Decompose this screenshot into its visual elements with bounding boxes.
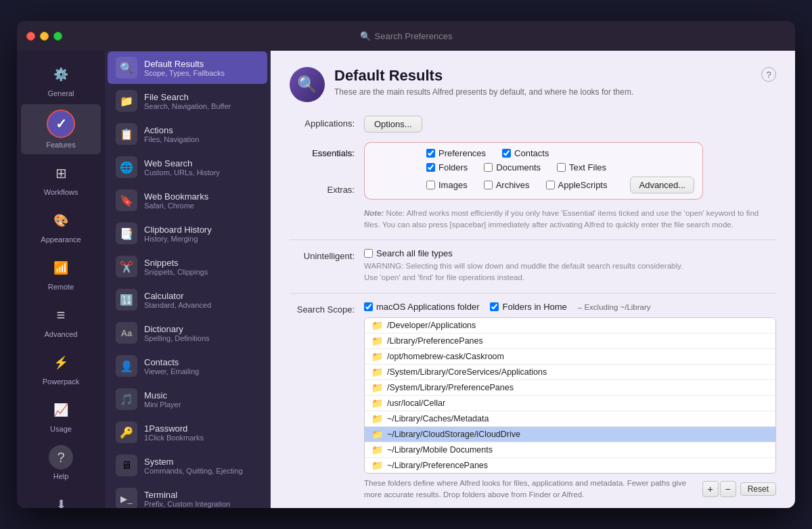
traffic-lights bbox=[26, 32, 62, 41]
feature-name-contacts: Contacts bbox=[144, 357, 199, 367]
checkbox-archives[interactable]: Archives bbox=[484, 180, 530, 190]
checkbox-archives-input[interactable] bbox=[484, 181, 493, 189]
feature-item-default-results[interactable]: 🔍 Default Results Scope, Types, Fallback… bbox=[108, 51, 267, 84]
remote-icon: 📶 bbox=[49, 256, 73, 280]
checkbox-text-files-input[interactable] bbox=[557, 163, 566, 172]
feature-icon-music: 🎵 bbox=[116, 388, 137, 410]
sidebar-item-usage[interactable]: 📈 Usage bbox=[21, 392, 101, 438]
features-icon: ✓ bbox=[47, 110, 75, 138]
feature-item-file-search[interactable]: 📁 File Search Search, Navigation, Buffer bbox=[108, 85, 267, 117]
essentials-label: Essentials: bbox=[290, 145, 364, 158]
options-button[interactable]: Options... bbox=[364, 116, 422, 133]
feature-item-terminal[interactable]: ▶_ Terminal Prefix, Custom Integration bbox=[108, 482, 267, 508]
checkbox-applescripts-input[interactable] bbox=[546, 181, 555, 189]
folder-list: 📁 /Developer/Applications 📁 /Library/Pre… bbox=[364, 317, 776, 474]
titlebar-search: 🔍 Search Preferences bbox=[360, 31, 453, 41]
advanced-button[interactable]: Advanced... bbox=[630, 177, 694, 193]
feature-item-system[interactable]: 🖥 System Commands, Quitting, Ejecting bbox=[108, 449, 267, 482]
maximize-button[interactable] bbox=[53, 32, 62, 41]
help-button[interactable]: ? bbox=[761, 67, 776, 82]
checkbox-contacts-input[interactable] bbox=[502, 149, 511, 158]
checkbox-all-file-types-input[interactable] bbox=[364, 249, 373, 258]
sidebar-label-powerpack: Powerpack bbox=[43, 377, 79, 386]
checkbox-applescripts[interactable]: AppleScripts bbox=[546, 180, 608, 190]
feature-item-contacts[interactable]: 👤 Contacts Viewer, Emailing bbox=[108, 350, 267, 382]
feature-list: 🔍 Default Results Scope, Types, Fallback… bbox=[105, 51, 271, 508]
scope-check-folders-home-input[interactable] bbox=[490, 302, 499, 311]
folder-path-6: ~/Library/Caches/Metadata bbox=[387, 414, 489, 423]
feature-item-web-bookmarks[interactable]: 🔖 Web Bookmarks Safari, Chrome bbox=[108, 184, 267, 216]
content-header: 🔍 Default Results These are the main res… bbox=[290, 67, 776, 102]
folder-item-5[interactable]: 📁 /usr/local/Cellar bbox=[365, 396, 775, 411]
scope-check-macos-input[interactable] bbox=[364, 302, 373, 311]
sidebar-label-usage: Usage bbox=[50, 425, 72, 433]
sidebar-item-advanced[interactable]: ≡ Advanced bbox=[21, 298, 101, 344]
scope-check-folders-home-label: Folders in Home bbox=[502, 302, 566, 312]
feature-sub-terminal: Prefix, Custom Integration bbox=[144, 500, 230, 508]
feature-item-music[interactable]: 🎵 Music Mini Player bbox=[108, 383, 267, 415]
checkbox-folders-input[interactable] bbox=[426, 163, 435, 172]
feature-icon-snippets: ✂️ bbox=[116, 256, 137, 277]
add-folder-button[interactable]: + bbox=[702, 481, 719, 497]
folder-item-9[interactable]: 📁 ~/Library/PreferencePanes bbox=[365, 458, 775, 473]
reset-button[interactable]: Reset bbox=[740, 482, 776, 496]
checkbox-preferences-input[interactable] bbox=[426, 149, 435, 158]
sidebar-item-update[interactable]: ⬇ Update bbox=[21, 487, 101, 508]
checkbox-images-input[interactable] bbox=[426, 181, 435, 189]
titlebar: 🔍 Search Preferences bbox=[17, 21, 795, 51]
feature-name-system: System bbox=[144, 457, 243, 467]
feature-item-snippets[interactable]: ✂️ Snippets Snippets, Clippings bbox=[108, 250, 267, 283]
checkbox-documents[interactable]: Documents bbox=[484, 162, 541, 172]
folder-item-3[interactable]: 📁 /System/Library/CoreServices/Applicati… bbox=[365, 365, 775, 380]
feature-item-dictionary[interactable]: Aa Dictionary Spelling, Definitions bbox=[108, 317, 267, 349]
checkbox-all-file-types[interactable]: Search all file types bbox=[364, 248, 453, 258]
scope-check-macos[interactable]: macOS Applications folder bbox=[364, 302, 479, 312]
feature-icon-dictionary: Aa bbox=[116, 322, 137, 344]
feature-item-web-search[interactable]: 🌐 Web Search Custom, URLs, History bbox=[108, 151, 267, 183]
folder-item-7[interactable]: 📁 ~/Library/CloudStorage/iCloudDrive bbox=[365, 427, 775, 442]
sidebar-item-powerpack[interactable]: ⚡ Powerpack bbox=[21, 345, 101, 391]
folder-path-0: /Developer/Applications bbox=[387, 321, 476, 330]
checkbox-text-files[interactable]: Text Files bbox=[557, 162, 606, 172]
folder-item-1[interactable]: 📁 /Library/PreferencePanes bbox=[365, 334, 775, 349]
scope-check-folders-home[interactable]: Folders in Home bbox=[490, 302, 566, 312]
checkbox-contacts[interactable]: Contacts bbox=[502, 148, 549, 158]
feature-icon-system: 🖥 bbox=[116, 455, 137, 476]
folder-item-2[interactable]: 📁 /opt/homebrew-cask/Caskroom bbox=[365, 349, 775, 365]
usage-icon: 📈 bbox=[49, 398, 73, 422]
scope-checks: macOS Applications folder Folders in Hom… bbox=[364, 302, 776, 312]
sidebar-item-features[interactable]: ✓ Features bbox=[21, 104, 101, 154]
sidebar-item-workflows[interactable]: ⊞ Workflows bbox=[21, 156, 101, 202]
feature-item-actions[interactable]: 📋 Actions Files, Navigation bbox=[108, 118, 267, 150]
sidebar-item-general[interactable]: ⚙️ General bbox=[21, 57, 101, 103]
feature-sub-web-search: Custom, URLs, History bbox=[144, 168, 220, 177]
close-button[interactable] bbox=[26, 32, 35, 41]
app-window: 🔍 Search Preferences ⚙️ General ✓ Featur… bbox=[17, 21, 795, 508]
page-title: Default Results bbox=[334, 67, 633, 85]
feature-sub-snippets: Snippets, Clippings bbox=[144, 268, 208, 276]
feature-name-dictionary: Dictionary bbox=[144, 324, 210, 334]
minimize-button[interactable] bbox=[40, 32, 49, 41]
folder-item-6[interactable]: 📁 ~/Library/Caches/Metadata bbox=[365, 411, 775, 427]
folder-icon-8: 📁 bbox=[371, 444, 383, 455]
folder-item-4[interactable]: 📁 /System/Library/PreferencePanes bbox=[365, 380, 775, 396]
checkbox-images[interactable]: Images bbox=[426, 180, 468, 190]
feature-item-calculator[interactable]: 🔢 Calculator Standard, Advanced bbox=[108, 283, 267, 316]
folder-item-0[interactable]: 📁 /Developer/Applications bbox=[365, 318, 775, 334]
feature-sub-web-bookmarks: Safari, Chrome bbox=[144, 202, 208, 210]
sidebar-item-help[interactable]: ? Help bbox=[21, 440, 101, 486]
folder-icon-7: 📁 bbox=[371, 429, 383, 440]
folder-item-8[interactable]: 📁 ~/Library/Mobile Documents bbox=[365, 442, 775, 458]
feature-name-terminal: Terminal bbox=[144, 490, 230, 500]
checkbox-preferences[interactable]: Preferences bbox=[426, 148, 486, 158]
folder-icon-1: 📁 bbox=[371, 336, 383, 346]
feature-item-clipboard-history[interactable]: 📑 Clipboard History History, Merging bbox=[108, 217, 267, 250]
unintelligent-label: Unintelligent: bbox=[290, 248, 364, 261]
feature-item-1password[interactable]: 🔑 1Password 1Click Bookmarks bbox=[108, 416, 267, 448]
remove-folder-button[interactable]: − bbox=[720, 481, 736, 497]
checkbox-documents-input[interactable] bbox=[484, 163, 493, 172]
checkbox-folders[interactable]: Folders bbox=[426, 162, 468, 172]
sidebar-item-remote[interactable]: 📶 Remote bbox=[21, 250, 101, 296]
sidebar-item-appearance[interactable]: 🎨 Appearance bbox=[21, 203, 101, 249]
checkbox-text-files-label: Text Files bbox=[569, 162, 606, 172]
